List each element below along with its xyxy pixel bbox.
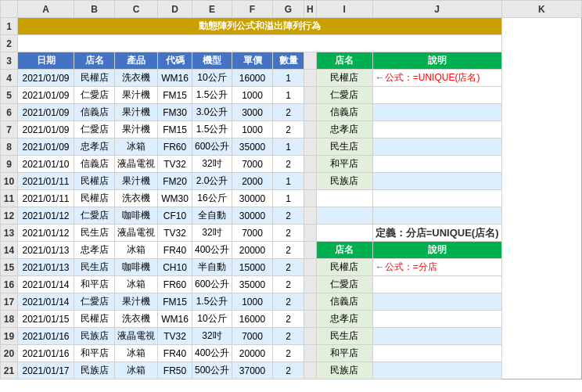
store-21: 民族店 [74, 362, 115, 379]
col-b-header[interactable]: B [74, 1, 115, 18]
date-12: 2021/01/12 [18, 207, 74, 225]
col-i-9 [304, 156, 317, 173]
price-8: 35000 [232, 138, 273, 156]
code-7: FM15 [158, 121, 192, 138]
date-5: 2021/01/09 [18, 87, 74, 104]
col-i-15 [304, 259, 317, 276]
col-e-header[interactable]: E [192, 1, 232, 18]
code-5: FM15 [158, 87, 192, 104]
j-7: 忠孝店 [316, 121, 372, 138]
j-4: 民權店 [316, 70, 372, 87]
model-20: 400公升 [192, 345, 232, 362]
code-20: FR40 [158, 345, 192, 362]
store-11: 民權店 [74, 190, 115, 207]
qty-17: 2 [273, 293, 304, 311]
j-5: 仁愛店 [316, 87, 372, 104]
col-i-12 [304, 207, 317, 225]
qty-7: 2 [273, 121, 304, 138]
k-10 [372, 173, 501, 190]
price-9: 7000 [232, 156, 273, 173]
row-18-header: 18 [1, 311, 18, 328]
date-19: 2021/01/16 [18, 328, 74, 345]
k-17 [372, 293, 501, 311]
date-4: 2021/01/09 [18, 70, 74, 87]
j-6: 信義店 [316, 104, 372, 121]
qty-4: 1 [273, 70, 304, 87]
date-18: 2021/01/15 [18, 311, 74, 328]
j-17: 信義店 [316, 293, 372, 311]
code-13: TV32 [158, 225, 192, 242]
price-17: 1000 [232, 293, 273, 311]
date-15: 2021/01/13 [18, 259, 74, 276]
price-11: 30000 [232, 190, 273, 207]
store-20: 和平店 [74, 345, 115, 362]
k-16 [372, 276, 501, 293]
store-5: 仁愛店 [74, 87, 115, 104]
k-12 [372, 207, 501, 225]
code-11: WM30 [158, 190, 192, 207]
col-a-header[interactable]: A [18, 1, 74, 18]
model-16: 600公升 [192, 276, 232, 293]
model-9: 32吋 [192, 156, 232, 173]
store-7: 仁愛店 [74, 121, 115, 138]
product-17: 果汁機 [115, 293, 158, 311]
col-code-header: 代碼 [158, 52, 192, 70]
code-12: CF10 [158, 207, 192, 225]
price-21: 37000 [232, 362, 273, 379]
code-9: TV32 [158, 156, 192, 173]
col-i-5 [304, 87, 317, 104]
code-14: FR40 [158, 242, 192, 259]
row-8-header: 8 [1, 138, 18, 156]
col-c-header[interactable]: C [115, 1, 158, 18]
row-5-header: 5 [1, 87, 18, 104]
model-13: 32吋 [192, 225, 232, 242]
price-4: 16000 [232, 70, 273, 87]
k-18 [372, 311, 501, 328]
col-k-header[interactable]: K [501, 1, 581, 18]
store-15: 民生店 [74, 259, 115, 276]
col-product-header: 產品 [115, 52, 158, 70]
code-15: CH10 [158, 259, 192, 276]
model-10: 2.0公升 [192, 173, 232, 190]
qty-5: 1 [273, 87, 304, 104]
col-i-8 [304, 138, 317, 156]
date-11: 2021/01/11 [18, 190, 74, 207]
date-13: 2021/01/12 [18, 225, 74, 242]
data-header-row: 3 日期 店名 產品 代碼 機型 單價 數量 店名 說明 [1, 52, 582, 70]
date-14: 2021/01/13 [18, 242, 74, 259]
row-10-header: 10 [1, 173, 18, 190]
col-i-header[interactable]: I [316, 1, 372, 18]
store-16: 和平店 [74, 276, 115, 293]
store-4: 民權店 [74, 70, 115, 87]
col-d-header[interactable]: D [158, 1, 192, 18]
col-headers: A B C D E F G H I J K [1, 1, 582, 18]
col-i-10 [304, 173, 317, 190]
code-17: FM15 [158, 293, 192, 311]
code-21: FR50 [158, 362, 192, 379]
col-i-7 [304, 121, 317, 138]
j-13 [316, 225, 372, 242]
row-6-header: 6 [1, 104, 18, 121]
col-g-header[interactable]: G [273, 1, 304, 18]
col-h-header[interactable]: H [304, 1, 317, 18]
j-14-header: 店名 [316, 242, 372, 259]
date-16: 2021/01/14 [18, 276, 74, 293]
k-4: ←公式：=UNIQUE(店名) [372, 70, 501, 87]
j-16: 仁愛店 [316, 276, 372, 293]
row-15-header: 15 [1, 259, 18, 276]
col-i-6 [304, 104, 317, 121]
col-f-header[interactable]: F [232, 1, 273, 18]
col-i-19 [304, 328, 317, 345]
price-6: 3000 [232, 104, 273, 121]
product-13: 液晶電視 [115, 225, 158, 242]
col-j-header[interactable]: J [372, 1, 501, 18]
j-12 [316, 207, 372, 225]
col-i-20 [304, 345, 317, 362]
product-20: 冰箱 [115, 345, 158, 362]
col-i-21 [304, 362, 317, 379]
row-11-header: 11 [1, 190, 18, 207]
date-17: 2021/01/14 [18, 293, 74, 311]
k-5 [372, 87, 501, 104]
qty-21: 2 [273, 362, 304, 379]
table-row: 20 2021/01/16 和平店 冰箱 FR40 400公升 20000 2 … [1, 345, 582, 362]
